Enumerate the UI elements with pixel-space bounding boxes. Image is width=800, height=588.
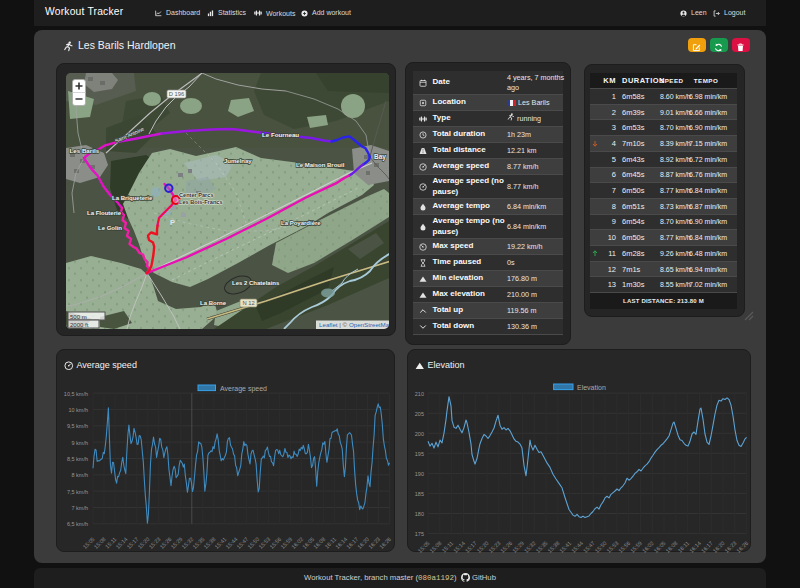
svg-text:Le Maison Brouil: Le Maison Brouil bbox=[296, 162, 345, 168]
svg-text:195: 195 bbox=[415, 451, 424, 457]
svg-text:Le Fourneau: Le Fourneau bbox=[262, 131, 299, 138]
svg-text:6,5 km/h: 6,5 km/h bbox=[67, 521, 88, 527]
svg-text:16:26: 16:26 bbox=[735, 540, 749, 553]
svg-text:Le Golin: Le Golin bbox=[98, 225, 122, 231]
svg-text:Leaflet | © OpenStreetMap: Leaflet | © OpenStreetMap bbox=[319, 321, 389, 328]
svg-text:180: 180 bbox=[415, 511, 424, 517]
svg-text:10 km/h: 10 km/h bbox=[68, 407, 88, 413]
svg-text:Average speed: Average speed bbox=[220, 385, 267, 393]
svg-text:Les 2 Chatelains: Les 2 Chatelains bbox=[232, 280, 280, 286]
svg-text:8 km/h: 8 km/h bbox=[71, 472, 88, 478]
svg-text:190: 190 bbox=[415, 471, 424, 477]
svg-text:15:08: 15:08 bbox=[93, 536, 107, 550]
svg-text:7 km/h: 7 km/h bbox=[71, 505, 88, 511]
svg-text:Center Parcs: Center Parcs bbox=[179, 192, 214, 198]
svg-text:2000 ft: 2000 ft bbox=[70, 321, 89, 327]
svg-text:D 196: D 196 bbox=[168, 91, 183, 97]
svg-text:8,5 km/h: 8,5 km/h bbox=[67, 456, 88, 462]
svg-text:500 m: 500 m bbox=[70, 313, 87, 319]
svg-text:16:08: 16:08 bbox=[665, 540, 679, 553]
svg-text:La Borne: La Borne bbox=[200, 300, 227, 306]
svg-text:7,5 km/h: 7,5 km/h bbox=[67, 489, 88, 495]
svg-text:16:26: 16:26 bbox=[378, 536, 392, 550]
svg-text:175: 175 bbox=[415, 531, 424, 537]
svg-text:Les Barils: Les Barils bbox=[69, 147, 99, 154]
svg-text:15:08: 15:08 bbox=[429, 540, 443, 553]
svg-text:185: 185 bbox=[415, 491, 424, 497]
svg-text:La Briqueterie: La Briqueterie bbox=[112, 195, 153, 201]
svg-text:Bay: Bay bbox=[374, 153, 386, 161]
svg-text:9,5 km/h: 9,5 km/h bbox=[67, 423, 88, 429]
svg-text:210: 210 bbox=[415, 391, 424, 397]
svg-text:N 12: N 12 bbox=[242, 300, 254, 306]
svg-text:La Poyardière: La Poyardière bbox=[281, 220, 321, 226]
svg-text:10,5 km/h: 10,5 km/h bbox=[64, 391, 88, 397]
svg-text:205: 205 bbox=[415, 411, 424, 417]
svg-text:Les Bois-Francs: Les Bois-Francs bbox=[179, 198, 223, 204]
svg-text:Jumelnay: Jumelnay bbox=[224, 158, 252, 164]
svg-text:La Flouterie: La Flouterie bbox=[87, 210, 122, 216]
svg-text:P: P bbox=[170, 218, 175, 227]
svg-text:Elevation: Elevation bbox=[577, 384, 606, 391]
svg-text:9 km/h: 9 km/h bbox=[71, 440, 88, 446]
svg-text:200: 200 bbox=[415, 431, 424, 437]
svg-text:16:08: 16:08 bbox=[312, 536, 326, 550]
